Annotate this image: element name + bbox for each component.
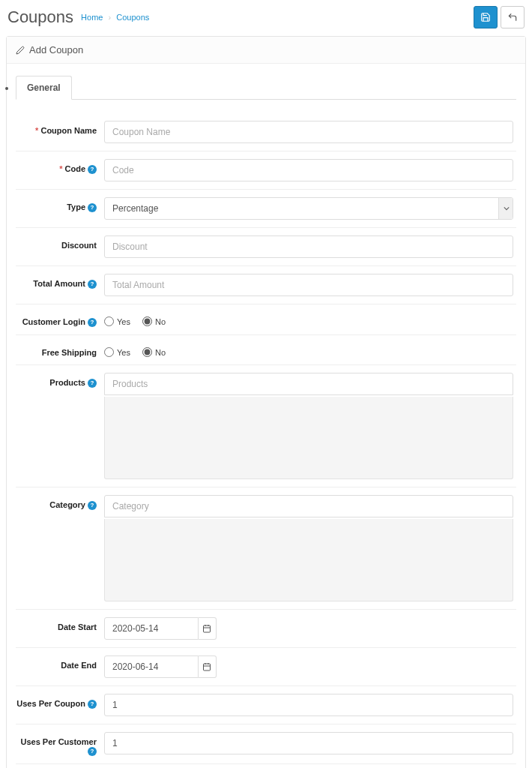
- total-amount-input[interactable]: [104, 274, 513, 296]
- help-icon[interactable]: ?: [88, 318, 97, 327]
- row-discount: Discount: [16, 228, 516, 266]
- date-start-picker-button[interactable]: [199, 617, 217, 640]
- breadcrumb-current: Coupons: [116, 13, 149, 22]
- row-date-end: Date End: [16, 648, 516, 686]
- type-select[interactable]: Percentage: [104, 197, 513, 220]
- row-free-shipping: Free Shipping Yes No: [16, 335, 516, 365]
- help-icon[interactable]: ?: [88, 280, 97, 289]
- date-end-input[interactable]: [104, 656, 199, 678]
- customer-login-yes[interactable]: Yes: [104, 316, 130, 326]
- save-icon: [480, 12, 491, 22]
- products-well: [104, 397, 513, 479]
- date-start-input[interactable]: [104, 617, 199, 640]
- category-well: [104, 519, 513, 602]
- label-discount: Discount: [16, 236, 104, 258]
- label-date-end: Date End: [16, 656, 104, 678]
- label-products: Products?: [16, 373, 104, 479]
- breadcrumb-separator-icon: ›: [108, 13, 111, 22]
- label-coupon-name: Coupon Name: [16, 121, 104, 143]
- label-date-start: Date Start: [16, 617, 104, 640]
- row-coupon-name: Coupon Name: [16, 113, 516, 152]
- add-coupon-panel: Add Coupon General Coupon Name Code? Typ…: [6, 36, 526, 768]
- row-uses-per-coupon: Uses Per Coupon?: [16, 686, 516, 724]
- svg-rect-4: [204, 664, 211, 670]
- row-total-amount: Total Amount?: [16, 266, 516, 304]
- label-free-shipping: Free Shipping: [16, 343, 104, 357]
- customer-login-no[interactable]: No: [142, 316, 166, 326]
- page-title: Coupons: [7, 8, 73, 27]
- help-icon[interactable]: ?: [88, 747, 97, 756]
- row-date-start: Date Start: [16, 610, 516, 648]
- svg-rect-0: [204, 626, 211, 632]
- free-shipping-no[interactable]: No: [142, 347, 166, 357]
- tabs: General: [16, 75, 516, 100]
- label-customer-login: Customer Login?: [16, 312, 104, 327]
- row-category: Category?: [16, 488, 516, 610]
- breadcrumb-home[interactable]: Home: [81, 13, 103, 22]
- label-uses-per-coupon: Uses Per Coupon?: [16, 694, 104, 716]
- header-actions: [474, 6, 525, 28]
- panel-title: Add Coupon: [29, 44, 83, 56]
- row-products: Products?: [16, 365, 516, 488]
- cancel-button[interactable]: [501, 6, 525, 28]
- row-type: Type? Percentage: [16, 190, 516, 228]
- tab-general[interactable]: General: [16, 76, 72, 100]
- reply-icon: [507, 12, 518, 22]
- page-header: Coupons Home › Coupons: [0, 0, 532, 36]
- row-customer-login: Customer Login? Yes No: [16, 304, 516, 335]
- products-input[interactable]: [104, 373, 513, 395]
- panel-body: General Coupon Name Code? Type? Percenta…: [7, 64, 525, 768]
- calendar-icon: [202, 624, 211, 633]
- help-icon[interactable]: ?: [88, 700, 97, 709]
- date-end-picker-button[interactable]: [199, 656, 217, 678]
- uses-per-customer-input[interactable]: [104, 732, 513, 754]
- panel-heading: Add Coupon: [7, 37, 525, 64]
- row-uses-per-customer: Uses Per Customer?: [16, 724, 516, 764]
- help-icon[interactable]: ?: [88, 165, 97, 174]
- discount-input[interactable]: [104, 236, 513, 258]
- row-code: Code?: [16, 152, 516, 190]
- calendar-icon: [202, 662, 211, 671]
- label-category: Category?: [16, 495, 104, 602]
- pencil-icon: [16, 46, 25, 55]
- label-total-amount: Total Amount?: [16, 274, 104, 296]
- help-icon[interactable]: ?: [88, 501, 97, 510]
- uses-per-coupon-input[interactable]: [104, 694, 513, 716]
- free-shipping-yes[interactable]: Yes: [104, 347, 130, 357]
- label-type: Type?: [16, 197, 104, 220]
- help-icon[interactable]: ?: [88, 203, 97, 212]
- row-status: Status Enabled: [16, 764, 516, 768]
- label-uses-per-customer: Uses Per Customer?: [16, 732, 104, 756]
- label-code: Code?: [16, 159, 104, 182]
- save-button[interactable]: [474, 6, 498, 28]
- category-input[interactable]: [104, 495, 513, 518]
- breadcrumb: Home › Coupons: [81, 13, 474, 22]
- code-input[interactable]: [104, 159, 513, 182]
- coupon-name-input[interactable]: [104, 121, 513, 143]
- help-icon[interactable]: ?: [88, 379, 97, 388]
